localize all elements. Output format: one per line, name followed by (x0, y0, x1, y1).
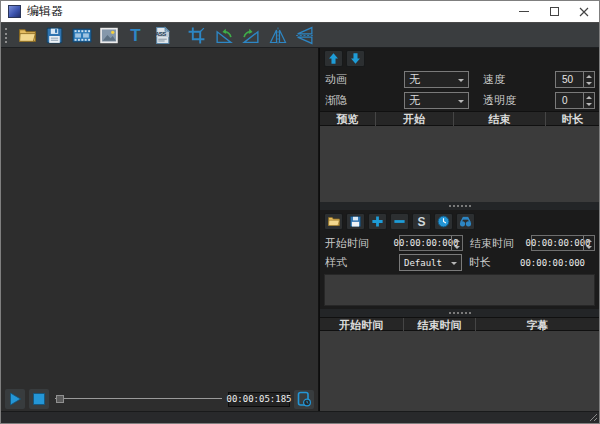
spin-down-icon[interactable] (584, 80, 594, 88)
style-value: Default (404, 258, 442, 268)
seek-slider[interactable] (55, 393, 222, 405)
filmstrip-icon (72, 26, 92, 45)
minimize-icon (519, 11, 529, 12)
opacity-label: 透明度 (483, 93, 555, 108)
flip-vertical-button[interactable] (293, 24, 316, 47)
subtitle-save-button[interactable] (346, 213, 365, 230)
start-time-spinbox[interactable]: 00:00:00:000 (399, 235, 463, 251)
resize-grip-icon[interactable] (588, 412, 598, 422)
rotate-left-icon (214, 26, 234, 45)
fade-value: 无 (409, 93, 420, 108)
maximize-button[interactable] (539, 1, 569, 22)
rotate-right-button[interactable] (239, 24, 262, 47)
animation-select[interactable]: 无 (404, 71, 469, 88)
folder-open-icon (327, 215, 341, 228)
fade-select[interactable]: 无 (404, 92, 469, 109)
window-title: 编辑器 (27, 3, 63, 20)
open-ass-subtitle-button[interactable]: ASS (151, 24, 174, 47)
time-row: 开始时间 00:00:00:000 结束时间 00:00:00:000 (320, 234, 599, 252)
add-subtitle-button[interactable] (368, 213, 387, 230)
end-time-label: 结束时间 (470, 236, 531, 251)
duration-label: 时长 (469, 255, 491, 270)
time-lock-icon (296, 391, 312, 407)
open-video-button[interactable] (70, 24, 93, 47)
open-file-button[interactable] (16, 24, 39, 47)
play-icon (7, 391, 23, 407)
panel-splitter-upper[interactable] (320, 202, 599, 210)
subtitles-table-body[interactable] (320, 331, 599, 411)
binoculars-icon (459, 215, 472, 228)
subtitle-open-button[interactable] (324, 213, 343, 230)
end-time-value: 00:00:00:000 (525, 238, 590, 248)
playback-time-display: 00:00:05:185 (228, 392, 290, 407)
speed-value: 50 (562, 74, 573, 85)
set-time-button[interactable] (434, 213, 453, 230)
crop-button[interactable] (185, 24, 208, 47)
speed-spinbox[interactable]: 50 (555, 71, 595, 88)
spin-down-icon[interactable] (452, 244, 462, 252)
stop-button[interactable] (29, 389, 49, 409)
spin-up-icon[interactable] (584, 93, 594, 101)
arrow-up-icon (327, 52, 340, 65)
save-file-button[interactable] (43, 24, 66, 47)
style-select[interactable]: Default (399, 254, 462, 271)
image-icon (99, 26, 119, 45)
flip-horizontal-button[interactable] (266, 24, 289, 47)
rotate-left-button[interactable] (212, 24, 235, 47)
effect-move-buttons (320, 48, 599, 69)
effects-table-header: 预览 开始 结束 时长 (320, 111, 599, 126)
splitter-handle-icon (449, 312, 471, 314)
editor-window: 编辑器 (0, 0, 600, 424)
main-toolbar: T ASS (1, 23, 599, 48)
remove-subtitle-button[interactable] (390, 213, 409, 230)
seek-slider-handle[interactable] (56, 395, 64, 403)
style-s-icon: S (417, 215, 425, 229)
end-time-spinbox[interactable]: 00:00:00:000 (531, 235, 595, 251)
app-icon (8, 5, 21, 18)
subtitles-table-header: 开始时间 结束时间 字幕 (320, 317, 599, 331)
start-time-label: 开始时间 (325, 236, 399, 251)
search-subtitle-button[interactable] (456, 213, 475, 230)
minimize-button[interactable] (509, 1, 539, 22)
spin-up-icon[interactable] (452, 236, 462, 244)
toolbar-grip-handle[interactable] (5, 28, 8, 43)
speed-label: 速度 (483, 72, 555, 87)
play-button[interactable] (5, 389, 25, 409)
effects-header-duration: 时长 (546, 112, 599, 127)
effects-header-start: 开始 (376, 112, 454, 127)
subtitle-text-input[interactable] (324, 274, 595, 306)
start-time-value: 00:00:00:000 (393, 238, 458, 248)
save-floppy-icon (45, 26, 64, 45)
speed-spin-buttons (583, 72, 594, 87)
maximize-icon (550, 7, 559, 16)
rotate-right-icon (241, 26, 261, 45)
time-lock-button[interactable] (294, 390, 314, 409)
style-label: 样式 (325, 255, 399, 270)
move-up-button[interactable] (324, 50, 343, 67)
arrow-down-icon (349, 52, 362, 65)
style-manager-button[interactable]: S (412, 213, 431, 230)
window-controls (509, 1, 599, 22)
spin-up-icon[interactable] (584, 236, 594, 244)
panel-splitter-lower[interactable] (320, 309, 599, 317)
close-button[interactable] (569, 1, 599, 22)
add-image-button[interactable] (97, 24, 120, 47)
add-text-button[interactable]: T (124, 24, 147, 47)
fade-row: 渐隐 无 透明度 0 (320, 90, 599, 111)
opacity-value: 0 (562, 95, 568, 106)
animation-value: 无 (409, 72, 420, 87)
animation-row: 动画 无 速度 50 (320, 69, 599, 90)
move-down-button[interactable] (346, 50, 365, 67)
crop-icon (187, 26, 206, 45)
spin-down-icon[interactable] (584, 244, 594, 252)
video-preview-area: 00:00:05:185 (1, 48, 319, 411)
opacity-spinbox[interactable]: 0 (555, 92, 595, 109)
save-floppy-icon (349, 215, 362, 228)
spin-down-icon[interactable] (584, 101, 594, 109)
spin-up-icon[interactable] (584, 72, 594, 80)
opacity-spin-buttons (583, 93, 594, 108)
status-strip (1, 411, 599, 423)
effects-table-body[interactable] (320, 126, 599, 202)
title-bar: 编辑器 (1, 1, 599, 23)
close-icon (579, 7, 589, 17)
